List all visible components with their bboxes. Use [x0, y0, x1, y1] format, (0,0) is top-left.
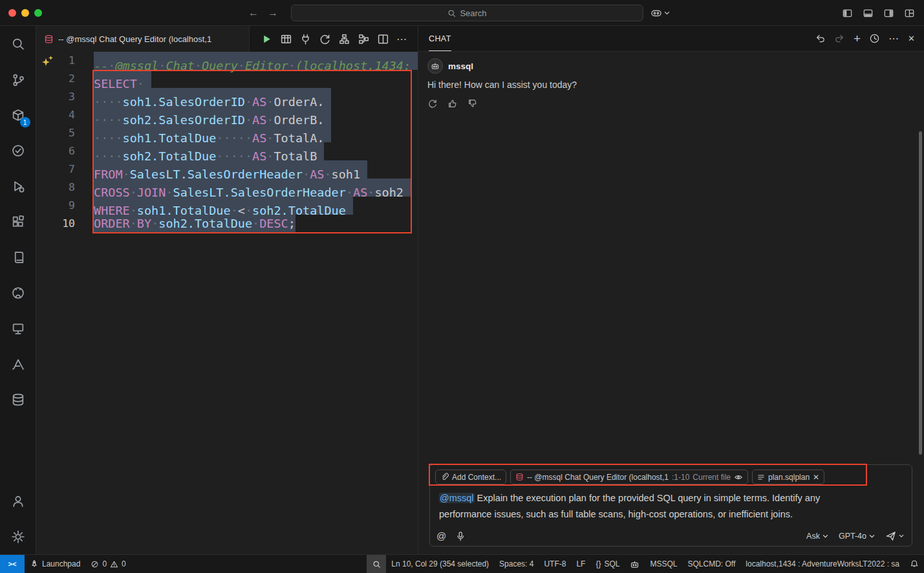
editor-tab[interactable]: -- @mssql Chat Query Editor (localhost,1: [36, 26, 250, 52]
toggle-secondary-sidebar-icon[interactable]: [883, 8, 894, 19]
toggle-panel-icon[interactable]: [863, 8, 874, 19]
sidebar-item-database[interactable]: [0, 382, 36, 417]
mssql-mention[interactable]: @mssql: [439, 493, 475, 503]
eye-icon[interactable]: [734, 473, 743, 482]
close-panel-icon[interactable]: ✕: [908, 34, 915, 43]
maximize-window-button[interactable]: [34, 9, 42, 17]
more-actions-icon[interactable]: ⋯: [396, 33, 407, 45]
sidebar-item-docs[interactable]: [0, 239, 36, 275]
notifications-bell[interactable]: [905, 555, 924, 573]
close-window-button[interactable]: [8, 9, 16, 17]
copilot-sparkle-icon[interactable]: [41, 54, 54, 67]
split-editor-icon[interactable]: [377, 33, 389, 45]
sqlcmd-status[interactable]: SQLCMD: Off: [683, 555, 741, 573]
run-query-button[interactable]: [261, 33, 273, 45]
thumbs-up-icon[interactable]: [447, 98, 458, 109]
connection-status[interactable]: localhost,1434 : AdventureWorksLT2022 : …: [740, 555, 905, 573]
mention-icon[interactable]: @: [436, 530, 446, 541]
code-line[interactable]: 6····soh2.TotalDue·····AS·TotalB: [36, 142, 418, 160]
activity-bar: 1: [0, 26, 36, 554]
context-chip-sqlplan[interactable]: plan.sqlplan ✕: [752, 470, 824, 484]
sidebar-item-package[interactable]: 1: [0, 97, 36, 133]
code-line[interactable]: 4····soh2.SalesOrderID·AS·OrderB,: [36, 106, 418, 124]
code-line[interactable]: 2SELECT·: [36, 70, 418, 88]
sidebar-item-azure[interactable]: [0, 346, 36, 382]
sidebar-item-source-control[interactable]: [0, 61, 36, 97]
model-dropdown[interactable]: GPT-4o: [839, 532, 875, 541]
microphone-icon[interactable]: [455, 531, 466, 541]
code-line[interactable]: 8CROSS·JOIN·SalesLT.SalesOrderHeader·AS·…: [36, 178, 418, 197]
chat-scrollbar[interactable]: [919, 131, 922, 455]
change-connection-icon[interactable]: [319, 33, 331, 45]
encoding-status[interactable]: UTF-8: [539, 555, 571, 573]
chat-message-list: mssql Hi there! How can I assist you tod…: [418, 52, 924, 109]
history-icon[interactable]: [869, 33, 880, 44]
more-actions-icon[interactable]: ⋯: [888, 32, 899, 45]
code-line[interactable]: 3····soh1.SalesOrderID·AS·OrderA,: [36, 88, 418, 106]
send-button[interactable]: [885, 530, 904, 541]
remove-chip-icon[interactable]: ✕: [813, 473, 819, 482]
sidebar-item-testing[interactable]: [0, 133, 36, 168]
search-box[interactable]: Search: [291, 5, 643, 21]
results-grid-icon[interactable]: [280, 33, 292, 45]
run-debug-icon: [11, 179, 25, 193]
chat-panel-header: CHAT + ⋯ ✕: [418, 26, 924, 52]
code-line[interactable]: 9WHERE·soh1.TotalDue·<·soh2.TotalDue: [36, 197, 418, 215]
toggle-primary-sidebar-icon[interactable]: [842, 8, 853, 19]
sidebar-item-remote-explorer[interactable]: [0, 310, 36, 346]
chat-input-container[interactable]: Add Context... -- @mssql Chat Query Edit…: [429, 464, 912, 546]
code-line[interactable]: 7FROM·SalesLT.SalesOrderHeader·AS·soh1: [36, 160, 418, 178]
sidebar-item-account[interactable]: [0, 483, 36, 519]
add-context-button[interactable]: Add Context...: [435, 470, 506, 484]
redo-icon[interactable]: [834, 33, 845, 44]
editor-group: -- @mssql Chat Query Editor (localhost,1…: [36, 26, 418, 554]
regenerate-icon[interactable]: [427, 98, 438, 109]
copilot-menu[interactable]: [650, 6, 670, 20]
cursor-position-status[interactable]: Ln 10, Col 29 (354 selected): [386, 555, 494, 573]
code-line[interactable]: 10ORDER·BY·soh2.TotalDue·DESC;: [36, 215, 418, 233]
tab-chat[interactable]: CHAT: [429, 26, 451, 51]
context-chip-current-file[interactable]: -- @mssql Chat Query Editor (localhost,1…: [510, 470, 748, 484]
disconnect-plug-icon[interactable]: [299, 33, 312, 45]
sidebar-item-search[interactable]: [0, 26, 36, 61]
estimated-plan-icon[interactable]: [338, 33, 350, 45]
robot-icon: [630, 559, 639, 569]
github-icon: [11, 286, 25, 300]
sidebar-item-run-debug[interactable]: [0, 168, 36, 204]
notification-badge: 1: [20, 117, 30, 127]
problems-status[interactable]: 0 0: [85, 555, 131, 573]
undo-icon[interactable]: [815, 33, 826, 44]
line-number: 7: [36, 160, 75, 178]
source-control-icon: [11, 72, 25, 87]
line-number: 8: [36, 178, 75, 197]
chat-input-text[interactable]: @mssql Explain the execution plan for th…: [430, 484, 912, 522]
eol-status[interactable]: LF: [571, 555, 590, 573]
sidebar-item-settings[interactable]: [0, 519, 36, 554]
extensions-icon: [11, 215, 25, 229]
sidebar-item-github[interactable]: [0, 275, 36, 310]
vscode-window: ← → Search 1: [0, 0, 924, 573]
mssql-status[interactable]: MSSQL: [645, 555, 682, 573]
language-mode-status[interactable]: {}SQL: [590, 555, 625, 573]
indentation-status[interactable]: Spaces: 4: [494, 555, 539, 573]
navigate-forward-icon[interactable]: →: [268, 7, 278, 19]
code-line[interactable]: 5····soh1.TotalDue·····AS·TotalA,: [36, 124, 418, 142]
code-line[interactable]: 1--·@mssql·Chat·Query·Editor·(localhost,…: [36, 52, 418, 70]
sidebar-item-extensions[interactable]: [0, 204, 36, 239]
zoom-status-button[interactable]: [367, 555, 386, 573]
chevron-down-icon: [822, 534, 828, 539]
chat-panel: CHAT + ⋯ ✕ mssql Hi there! How can I ass…: [418, 26, 924, 554]
code-editor[interactable]: 1--·@mssql·Chat·Query·Editor·(localhost,…: [36, 52, 418, 554]
thumbs-down-icon[interactable]: [467, 98, 478, 109]
launchpad-status[interactable]: Launchpad: [25, 555, 85, 573]
mode-dropdown[interactable]: Ask: [806, 532, 828, 541]
mssql-avatar: [427, 58, 443, 74]
minimize-window-button[interactable]: [21, 9, 29, 17]
copilot-status[interactable]: [625, 555, 645, 573]
remote-indicator[interactable]: ><: [0, 555, 25, 573]
query-plan-icon[interactable]: [358, 33, 370, 45]
customize-layout-icon[interactable]: [904, 8, 915, 19]
navigate-back-icon[interactable]: ←: [248, 7, 259, 19]
account-icon: [11, 494, 25, 508]
line-number: 10: [36, 215, 75, 233]
